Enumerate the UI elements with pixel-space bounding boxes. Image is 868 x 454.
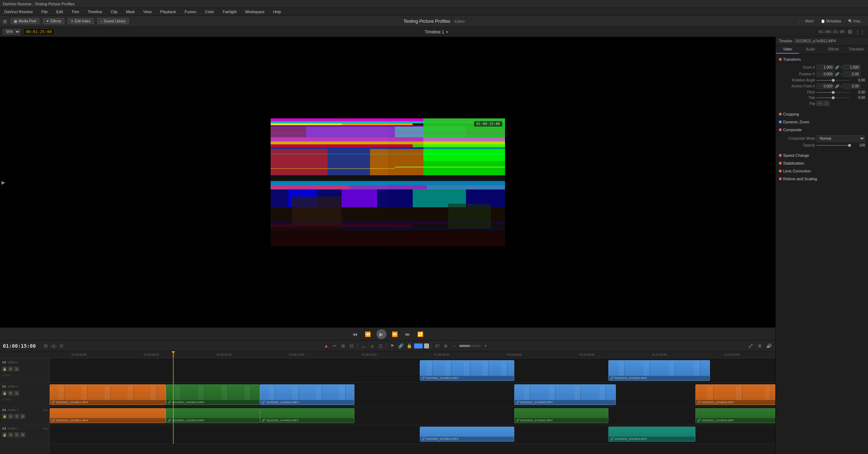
rotation-slider[interactable] [817,80,850,81]
overflow-menu-icon[interactable]: ⋮⋮ [855,29,865,35]
view-panel-icon[interactable]: ⊡ [58,342,65,349]
flag-tool-icon[interactable]: ⚑ [389,342,396,349]
a1-lock-icon[interactable]: 🔒 [2,414,7,419]
menu-trim[interactable]: Trim [70,9,81,15]
audio-level-icon[interactable]: 🔊 [765,342,772,349]
marker-tool-icon[interactable]: 🏷 [434,342,441,349]
v1-clip-2[interactable]: 🔗 20220622_a7iv0812.MP4 [166,384,260,405]
settings-icon[interactable]: ⚙ [847,28,852,35]
v1-mute-icon[interactable]: ⊡ [14,391,19,396]
menu-clip[interactable]: Clip [109,9,119,15]
menu-view[interactable]: View [142,9,153,15]
inspector-btn[interactable]: 🔍 Insp... [846,18,865,24]
view-trim-icon[interactable]: ◁▷ [50,342,57,349]
menu-help[interactable]: Help [272,9,283,15]
flip-v-btn[interactable]: ↕ [824,101,829,106]
sound-library-btn[interactable]: ♪ Sound Library [97,18,129,24]
mixer-btn[interactable]: ⋮⋮ Mixer [795,18,816,24]
step-forward-btn[interactable]: ⏩ [391,330,399,338]
tab-audio[interactable]: Audio [799,46,822,54]
pitch-slider[interactable] [817,92,850,93]
v1-eye-icon[interactable]: 👁 [8,391,13,396]
v1-clip-1[interactable]: 🔗 20220622_a7iv0811.MP4 [50,384,166,405]
zoom-link-icon[interactable]: 🔗 [835,65,839,69]
zoom-y-input[interactable] [843,65,861,70]
speed-change-section-header[interactable]: Speed Change [776,151,868,159]
crop-tool-icon[interactable]: ◫ [377,342,384,349]
a1-clip-3[interactable]: 🔗 20220622_a7iv0813.MP4 [260,408,354,423]
transform-section-header[interactable]: Transform [776,55,868,63]
a2-link-icon[interactable]: ⊟ [8,432,13,437]
zoom-fit-icon[interactable]: ⊕ [442,342,449,349]
link-tool-icon[interactable]: 🔗 [397,342,404,349]
tab-effects[interactable]: Effects [822,46,845,54]
zoom-x-input[interactable] [817,65,834,70]
dynamic-zoom-section-header[interactable]: Dynamic Zoom [776,118,868,126]
zoom-select[interactable]: 55% 100% 50% [3,29,21,35]
loop-btn[interactable]: 🔁 [416,330,425,338]
a1-link-icon[interactable]: ⊟ [8,414,13,419]
a2-mute-icon2[interactable]: M [20,432,25,437]
menu-mark[interactable]: Mark [125,9,136,15]
a1-mute-icon2[interactable]: M [20,414,25,419]
flip-h-btn[interactable]: ↔ [817,101,823,106]
left-play-indicator[interactable]: ▶ [1,180,5,185]
composite-mode-select[interactable]: Normal Multiply Screen [817,135,865,142]
tab-transition[interactable]: Transition [845,46,868,54]
menu-workspace[interactable]: Workspace [244,9,266,15]
fit-timeline-icon[interactable]: ⊞ [756,342,763,349]
v1-clip-3[interactable]: 🔗 20220622_a7iv0813.MP4 [260,384,354,405]
effects-btn[interactable]: ✦ Effects [43,18,64,24]
position-y-input[interactable] [843,71,861,77]
menu-edit[interactable]: Edit [55,9,64,15]
metadata-btn[interactable]: 📋 Metadata [819,18,843,24]
play-btn[interactable]: ▶ [376,329,386,339]
step-back-btn[interactable]: ⏪ [364,330,372,338]
menu-color[interactable]: Color [204,9,216,15]
menu-file[interactable]: File [40,9,49,15]
v1-clip-4[interactable]: 🔗 20220622_a7iv0815.MP4 [514,384,616,405]
lens-correction-section-header[interactable]: Lens Correction [776,167,868,175]
menu-timeline[interactable]: Timeline [86,9,104,15]
yaw-slider[interactable] [817,97,850,98]
lock-tool-icon[interactable]: 🔒 [406,342,413,349]
v1-clip-5[interactable]: 🔗 20220622_a7iv0816.MP4 [695,384,775,405]
composite-section-header[interactable]: Composite [776,126,868,134]
cropping-section-header[interactable]: Cropping [776,110,868,118]
snip-tool-icon[interactable]: ⊞ [340,342,347,349]
skip-to-start-btn[interactable]: ⏮ [351,330,359,338]
fullscreen-icon[interactable]: ⤢ [747,342,754,349]
v2-lock-icon[interactable]: 🔒 [2,367,7,372]
position-x-input[interactable] [817,71,834,77]
stabilization-section-header[interactable]: Stabilization [776,159,868,167]
retime-scaling-section-header[interactable]: Retime and Scaling [776,175,868,183]
position-link-icon[interactable]: 🔗 [835,72,839,76]
timeline-dropdown-icon[interactable]: ▾ [446,30,448,34]
color-selector-gray[interactable] [424,343,429,348]
anchor-x-input[interactable] [817,84,834,89]
menu-davinci[interactable]: DaVinci Resolve [3,9,34,15]
media-pool-btn[interactable]: ▦ Media Pool [11,18,39,24]
slip-tool-icon[interactable]: ⊿ [368,342,375,349]
zoom-slider[interactable] [459,345,481,347]
a2-clip-2[interactable]: 🔗 20220622_a7iv0815.MP4 [608,427,695,442]
v2-mute-icon[interactable]: ⊡ [14,367,19,372]
select-tool-icon[interactable]: ▲ [322,342,330,349]
view-list-icon[interactable]: ⊟ [42,342,49,349]
zoom-in-icon[interactable]: + [482,342,489,349]
opacity-slider[interactable] [817,145,850,146]
v2-clip-2[interactable]: 🔗 20220622_a7iv0815.MP4 [608,360,710,381]
v1-lock-icon[interactable]: 🔒 [2,391,7,396]
a2-solo-icon[interactable]: S [14,432,19,437]
a1-clip-1[interactable]: 🔗 20220622_a7iv0811.MP4 [50,408,166,423]
skip-to-end-btn[interactable]: ⏭ [403,330,412,338]
a1-clip-2[interactable]: 🔗 20220622_a7iv0812.MP4 [166,408,260,423]
a2-clip-1[interactable]: 🔗 20220622_a7iv0814.MP4 [420,427,514,442]
anchor-y-input[interactable] [843,84,861,89]
zoom-out-icon[interactable]: − [451,342,458,349]
a1-clip-5[interactable]: 🔗 20220622_a7iv0816.MP4 [695,408,775,423]
edit-index-btn[interactable]: ≡ Edit Index [68,18,93,24]
razor-tool-icon[interactable]: ✂ [331,342,338,349]
ripple-tool-icon[interactable]: ⊡ [348,342,355,349]
blade-tool-icon[interactable]: ⚊ [360,342,367,349]
